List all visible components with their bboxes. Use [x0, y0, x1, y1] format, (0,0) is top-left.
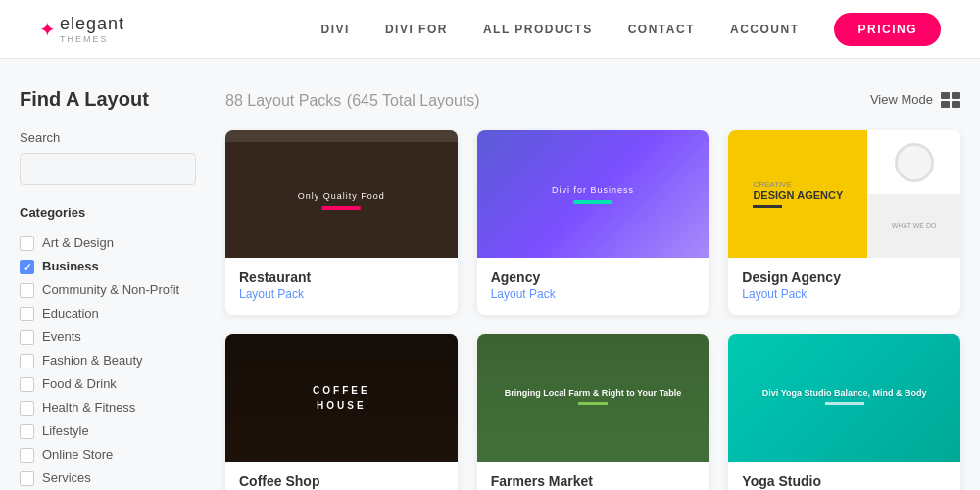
checkbox-events[interactable]: [20, 330, 34, 345]
coffee-label: COFFEE HOUSE: [313, 385, 370, 411]
checkbox-community[interactable]: [20, 283, 34, 298]
search-label: Search: [20, 130, 196, 145]
checkbox-business[interactable]: ✓: [20, 260, 34, 274]
card-farmers-market[interactable]: Bringing Local Farm & Right to Your Tabl…: [477, 334, 710, 490]
checkbox-education[interactable]: [20, 307, 34, 321]
card-name-design-agency: Design Agency: [742, 270, 947, 285]
categories-title: Categories: [20, 205, 196, 220]
main-nav: DIVI DIVI FOR ALL PRODUCTS CONTACT ACCOU…: [321, 13, 941, 46]
card-name-yoga-studio: Yoga Studio: [742, 473, 947, 489]
checkmark-business: ✓: [24, 262, 31, 272]
view-mode-label: View Mode: [870, 92, 933, 107]
category-events[interactable]: Events: [20, 325, 196, 349]
logo-text: elegant: [60, 14, 124, 33]
card-name-agency: Agency: [491, 270, 696, 285]
card-yoga-studio[interactable]: Divi Yoga Studio Balance, Mind & Body Yo…: [728, 334, 960, 490]
content-title: 88 Layout Packs (645 Total Layouts): [225, 88, 480, 111]
yoga-content: Divi Yoga Studio Balance, Mind & Body: [755, 380, 935, 416]
card-name-restaurant: Restaurant: [239, 270, 444, 285]
card-image-farmers-market: Bringing Local Farm & Right to Your Tabl…: [477, 334, 710, 462]
card-type-restaurant: Layout Pack: [239, 287, 444, 301]
category-art-design[interactable]: Art & Design: [20, 231, 196, 255]
nav-divi[interactable]: DIVI: [321, 23, 350, 36]
checkbox-services[interactable]: [20, 471, 34, 486]
card-type-design-agency: Layout Pack: [742, 287, 947, 301]
card-body-farmers-market: Farmers Market Layout Pack: [477, 462, 710, 490]
card-body-coffee-shop: Coffee Shop Layout Pack: [225, 462, 458, 490]
category-community[interactable]: Community & Non-Profit: [20, 278, 196, 302]
checkbox-online-store[interactable]: [20, 448, 34, 463]
card-image-coffee-shop: COFFEE HOUSE: [225, 334, 458, 462]
nav-all-products[interactable]: ALL PRODUCTS: [483, 23, 593, 36]
category-services[interactable]: Services: [20, 466, 196, 490]
nav-divi-for[interactable]: DIVI FOR: [385, 23, 448, 36]
card-image-yoga-studio: Divi Yoga Studio Balance, Mind & Body: [728, 334, 960, 462]
agency-mockup: Divi for Business: [477, 130, 710, 258]
category-education[interactable]: Education: [20, 302, 196, 325]
checkbox-health[interactable]: [20, 401, 34, 416]
card-image-design-agency: CREATIVE DESIGN AGENCY WHAT WE DO: [728, 130, 960, 258]
card-image-agency: Divi for Business: [477, 130, 710, 258]
card-design-agency[interactable]: CREATIVE DESIGN AGENCY WHAT WE DO: [728, 130, 960, 315]
card-body-design-agency: Design Agency Layout Pack: [728, 258, 960, 315]
checkbox-lifestyle[interactable]: [20, 424, 34, 439]
card-coffee-shop[interactable]: COFFEE HOUSE Coffee Shop Layout Pack: [225, 334, 458, 490]
card-body-agency: Agency Layout Pack: [477, 258, 710, 315]
pricing-button[interactable]: PRICING: [834, 13, 941, 46]
search-input[interactable]: [20, 153, 196, 185]
nav-contact[interactable]: CONTACT: [628, 23, 695, 36]
card-body-restaurant: Restaurant Layout Pack: [225, 258, 458, 315]
logo-star: ✦: [39, 18, 56, 41]
card-type-agency: Layout Pack: [491, 287, 696, 301]
content-header: 88 Layout Packs (645 Total Layouts) View…: [225, 88, 960, 111]
main-content: 88 Layout Packs (645 Total Layouts) View…: [225, 88, 960, 490]
restaurant-mockup: Only Quality Food: [225, 130, 458, 258]
layout-grid: Only Quality Food Restaurant Layout Pack: [225, 130, 960, 490]
checkbox-food[interactable]: [20, 377, 34, 392]
category-food[interactable]: Food & Drink: [20, 372, 196, 396]
farmers-content: Bringing Local Farm & Right to Your Tabl…: [497, 380, 690, 416]
nav-account[interactable]: ACCOUNT: [730, 23, 800, 36]
logo-subtext: themes: [60, 34, 124, 44]
card-name-farmers-market: Farmers Market: [491, 473, 696, 489]
category-health[interactable]: Health & Fitness: [20, 396, 196, 419]
checkbox-fashion[interactable]: [20, 354, 34, 368]
view-mode-toggle[interactable]: View Mode: [870, 92, 960, 108]
view-mode-icon: [941, 92, 960, 108]
card-agency[interactable]: Divi for Business Agency Layout Pack: [477, 130, 710, 315]
category-lifestyle[interactable]: Lifestyle: [20, 419, 196, 443]
checkbox-art-design[interactable]: [20, 236, 34, 251]
logo[interactable]: ✦ elegant themes: [39, 14, 124, 44]
sidebar: Find A Layout Search Categories Art & De…: [20, 88, 196, 490]
card-restaurant[interactable]: Only Quality Food Restaurant Layout Pack: [225, 130, 458, 315]
category-business[interactable]: ✓ Business: [20, 255, 196, 278]
category-online-store[interactable]: Online Store: [20, 443, 196, 466]
card-image-restaurant: Only Quality Food: [225, 130, 458, 258]
sidebar-title: Find A Layout: [20, 88, 196, 111]
card-body-yoga-studio: Yoga Studio Layout Pack: [728, 462, 960, 490]
main-header: ✦ elegant themes DIVI DIVI FOR ALL PRODU…: [0, 0, 980, 59]
category-fashion[interactable]: Fashion & Beauty: [20, 349, 196, 372]
main-container: Find A Layout Search Categories Art & De…: [0, 59, 980, 490]
card-name-coffee-shop: Coffee Shop: [239, 473, 444, 489]
